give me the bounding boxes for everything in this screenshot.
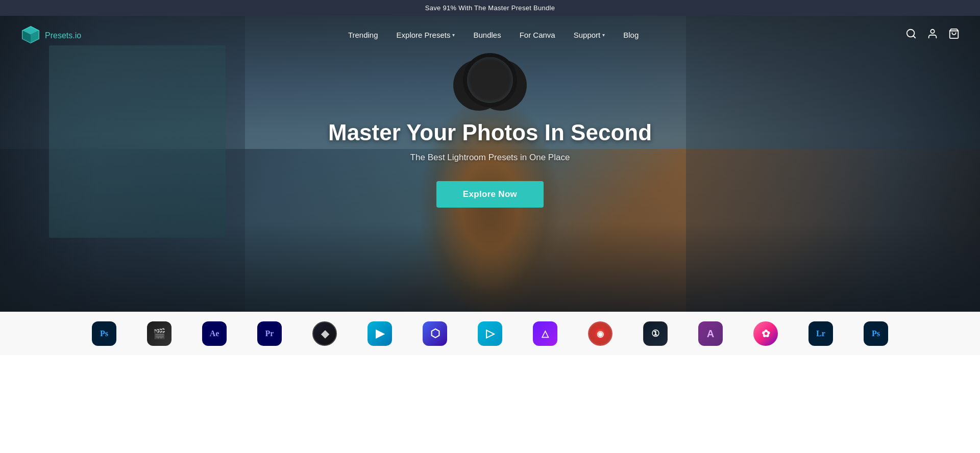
app-lr-label: Lr (816, 329, 825, 338)
nav-right-actions (905, 28, 960, 42)
app-davinci-label: ◆ (321, 328, 329, 340)
nav-item-bundles[interactable]: Bundles (473, 31, 501, 39)
app-icon-darkroom[interactable]: △ (533, 321, 557, 346)
app-icon-1blocker[interactable]: ① (643, 321, 668, 346)
app-icon-fcpx[interactable]: 🎬 (147, 321, 172, 346)
app-capo-label: ▷ (486, 327, 495, 340)
app-fcpx-label: 🎬 (153, 328, 166, 340)
app-icon-gyroflow[interactable]: ⬡ (423, 321, 447, 346)
account-icon (927, 28, 938, 42)
app-icon-photoshop[interactable]: Ps (92, 321, 116, 346)
cart-icon (948, 28, 960, 42)
svg-line-6 (913, 36, 915, 38)
account-button[interactable] (927, 28, 938, 42)
explore-presets-chevron: ▾ (452, 32, 455, 38)
app-darkroom-label: △ (542, 328, 549, 339)
search-button[interactable] (905, 28, 917, 42)
header: Presets.io Trending Explore Presets ▾ Bu… (0, 17, 980, 52)
app-gyroflow-label: ⬡ (430, 327, 440, 340)
app-nova-label: ◉ (597, 329, 604, 339)
main-nav: Trending Explore Presets ▾ Bundles For C… (348, 31, 639, 39)
logo[interactable]: Presets.io (20, 24, 81, 45)
banner-text: Save 91% With The Master Preset Bundle (425, 4, 555, 12)
nav-item-support[interactable]: Support ▾ (574, 31, 605, 39)
hero-section: Master Your Photos In Second The Best Li… (0, 16, 980, 312)
app-affinity-label: A (707, 328, 714, 340)
app-pixelmator-label: ▶ (376, 327, 384, 340)
hero-title: Master Your Photos In Second (328, 120, 652, 145)
nav-item-trending[interactable]: Trending (348, 31, 378, 39)
app-icon-lightroom[interactable]: Lr (808, 321, 833, 346)
app-icon-after-effects[interactable]: Ae (202, 321, 227, 346)
app-icon-pinwheel[interactable]: ✿ (753, 321, 778, 346)
app-ps-label: Ps (100, 329, 108, 338)
logo-icon (20, 24, 41, 45)
hero-content: Master Your Photos In Second The Best Li… (318, 110, 662, 218)
app-icon-photoshop-2[interactable]: Ps (864, 321, 888, 346)
app-1blocker-label: ① (651, 328, 659, 339)
nav-item-blog[interactable]: Blog (623, 31, 639, 39)
app-icon-pixelmator[interactable]: ▶ (368, 321, 392, 346)
support-chevron: ▾ (602, 32, 605, 38)
nav-item-explore-presets[interactable]: Explore Presets ▾ (397, 31, 455, 39)
app-pinwheel-label: ✿ (762, 328, 770, 340)
apps-strip: Ps 🎬 Ae Pr ◆ ▶ ⬡ ▷ △ ◉ ① A ✿ (0, 312, 980, 355)
app-pr-label: Pr (265, 329, 274, 338)
app-icon-nova[interactable]: ◉ (588, 321, 612, 346)
app-icon-davinci[interactable]: ◆ (312, 321, 337, 346)
app-icon-affinity[interactable]: A (698, 321, 723, 346)
svg-point-7 (930, 29, 934, 33)
app-ps2-label: Ps (872, 329, 880, 338)
search-icon (905, 28, 917, 42)
app-icon-capo[interactable]: ▷ (478, 321, 502, 346)
hero-subtitle: The Best Lightroom Presets in One Place (328, 153, 652, 163)
nav-item-for-canva[interactable]: For Canva (520, 31, 555, 39)
app-ae-label: Ae (210, 329, 219, 338)
logo-text: Presets.io (45, 28, 81, 41)
explore-now-button[interactable]: Explore Now (436, 181, 544, 208)
top-banner: Save 91% With The Master Preset Bundle (0, 0, 980, 16)
app-icon-premiere[interactable]: Pr (257, 321, 282, 346)
cart-button[interactable] (948, 28, 960, 42)
